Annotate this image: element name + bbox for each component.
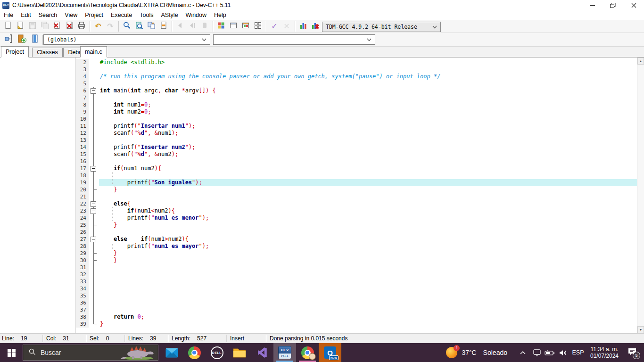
code-line-31[interactable]: 31: [76, 264, 637, 271]
menu-item-astyle[interactable]: AStyle: [157, 10, 182, 20]
find-in-files-button[interactable]: [133, 21, 145, 32]
open-file-button[interactable]: [14, 21, 26, 32]
add-to-project-button[interactable]: [15, 34, 28, 45]
code-line-2[interactable]: 2#include <stdlib.h>: [76, 59, 637, 66]
compile-button[interactable]: [215, 21, 227, 32]
rebuild-button[interactable]: [252, 21, 264, 32]
code-line-14[interactable]: 14 printf("Insertar num2");: [76, 144, 637, 151]
syntax-check-button[interactable]: ✓: [268, 21, 281, 32]
taskbar-app-dell[interactable]: DELL: [206, 343, 228, 362]
replace-button[interactable]: [145, 21, 157, 32]
redo-button[interactable]: ↷: [104, 21, 116, 32]
cast-icon[interactable]: [531, 349, 543, 356]
save-file-button[interactable]: [26, 21, 39, 32]
taskbar-app-visual-studio[interactable]: [251, 343, 273, 362]
code-line-10[interactable]: 10: [76, 115, 637, 123]
code-line-27[interactable]: 27 else if(num1>num2){: [76, 236, 637, 243]
run-button[interactable]: [227, 21, 239, 32]
fold-collapse-icon[interactable]: [89, 207, 99, 214]
undo-button[interactable]: ↶: [92, 21, 104, 32]
language-indicator[interactable]: ESP: [570, 349, 586, 356]
profile-button[interactable]: [297, 21, 309, 32]
fold-collapse-icon[interactable]: [89, 87, 99, 94]
abort-button[interactable]: ✕: [281, 21, 293, 32]
code-line-6[interactable]: 6int main(int argc, char *argv[]) {: [76, 87, 637, 94]
editor-vertical-scrollbar[interactable]: ▲ ▼: [637, 58, 644, 333]
code-line-16[interactable]: 16: [76, 158, 637, 165]
code-line-35[interactable]: 35: [76, 292, 637, 299]
scroll-up-icon[interactable]: ▲: [637, 58, 644, 65]
notification-center-button[interactable]: 5: [622, 347, 642, 358]
fold-collapse-icon[interactable]: [89, 200, 99, 207]
code-line-21[interactable]: 21: [76, 193, 637, 200]
project-panel[interactable]: [0, 58, 75, 333]
taskbar-app-chrome-profile[interactable]: [296, 343, 319, 362]
taskbar-app-outlook[interactable]: ONEW: [319, 343, 341, 362]
goto-line-button[interactable]: [157, 21, 170, 32]
code-line-32[interactable]: 32: [76, 271, 637, 278]
members-select[interactable]: [213, 34, 375, 45]
code-line-23[interactable]: 23 if(num1<num2){: [76, 207, 637, 214]
code-line-12[interactable]: 12 scanf("%d", &num1);: [76, 130, 637, 137]
weather-widget[interactable]: 1 37°C Soleado: [446, 347, 507, 358]
chevron-up-icon[interactable]: [515, 351, 531, 355]
code-line-4[interactable]: 4/* run this program using the console p…: [76, 73, 637, 80]
menu-item-project[interactable]: Project: [81, 10, 107, 20]
code-line-22[interactable]: 22 else{: [76, 200, 637, 207]
start-button[interactable]: [0, 343, 23, 362]
menu-item-file[interactable]: File: [0, 10, 17, 20]
code-line-24[interactable]: 24 printf("num1 es menor");: [76, 214, 637, 222]
taskbar-app-chrome[interactable]: [183, 343, 206, 362]
forward-button[interactable]: [186, 21, 198, 32]
code-line-26[interactable]: 26: [76, 229, 637, 236]
new-unit-button[interactable]: [2, 34, 15, 45]
code-line-28[interactable]: 28 printf("num1 es mayor");: [76, 243, 637, 250]
editor-tab-main-c[interactable]: main.c: [80, 46, 107, 58]
code-line-15[interactable]: 15 scanf("%d", &num2);: [76, 151, 637, 158]
menu-item-edit[interactable]: Edit: [17, 10, 35, 20]
fold-collapse-icon[interactable]: [89, 165, 99, 172]
code-line-17[interactable]: 17 if(num1=num2){: [76, 165, 637, 172]
find-button[interactable]: [121, 21, 133, 32]
code-line-38[interactable]: 38 return 0;: [76, 313, 637, 321]
menu-item-view[interactable]: View: [61, 10, 81, 20]
code-editor[interactable]: 2#include <stdlib.h>34/* run this progra…: [76, 58, 637, 333]
save-all-button[interactable]: [39, 21, 51, 32]
minimize-button[interactable]: [582, 0, 603, 10]
search-highlight-dinosaur-image[interactable]: [119, 346, 157, 360]
compile-run-button[interactable]: [239, 21, 252, 32]
print-button[interactable]: [75, 21, 88, 32]
code-line-8[interactable]: 8 int num1=0;: [76, 101, 637, 108]
restore-button[interactable]: [603, 0, 623, 10]
code-line-25[interactable]: 25 }: [76, 222, 637, 229]
code-line-11[interactable]: 11 printf("Insertar num1");: [76, 123, 637, 130]
tab-classes[interactable]: Classes: [32, 48, 62, 57]
taskbar-app-mail[interactable]: [160, 343, 183, 362]
code-line-9[interactable]: 9 int num2=0;: [76, 108, 637, 115]
code-line-20[interactable]: 20 }: [76, 186, 637, 193]
code-line-39[interactable]: 39}: [76, 321, 637, 328]
taskbar-app-file-explorer[interactable]: [228, 343, 251, 362]
code-line-30[interactable]: 30 }: [76, 257, 637, 264]
menu-item-window[interactable]: Window: [182, 10, 210, 20]
fold-collapse-icon[interactable]: [89, 236, 99, 243]
close-button[interactable]: [623, 0, 644, 10]
close-file-button[interactable]: [51, 21, 63, 32]
goto-button[interactable]: [198, 21, 211, 32]
taskbar-search-box[interactable]: Buscar: [23, 345, 158, 361]
close-all-button[interactable]: [63, 21, 75, 32]
back-button[interactable]: [174, 21, 186, 32]
code-line-29[interactable]: 29 }: [76, 250, 637, 257]
menu-item-search[interactable]: Search: [35, 10, 61, 20]
code-line-33[interactable]: 33: [76, 278, 637, 285]
battery-icon[interactable]: [543, 350, 556, 356]
clock[interactable]: 11:34 a. m. 01/07/2024: [586, 346, 622, 359]
delete-profiling-button[interactable]: [309, 21, 322, 32]
volume-icon[interactable]: [556, 349, 570, 356]
code-line-7[interactable]: 7: [76, 94, 637, 101]
code-line-19[interactable]: 19 printf("Son iguales");: [76, 179, 637, 186]
code-line-37[interactable]: 37: [76, 306, 637, 313]
menu-item-help[interactable]: Help: [210, 10, 230, 20]
compiler-select[interactable]: TDM-GCC 4.9.2 64-bit Release: [322, 22, 441, 32]
code-line-3[interactable]: 3: [76, 66, 637, 73]
